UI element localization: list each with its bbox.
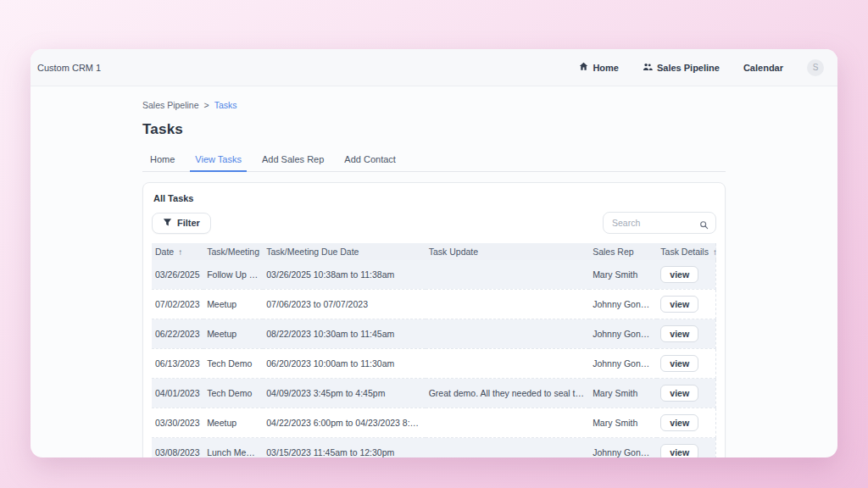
view-button[interactable]: view <box>660 385 698 402</box>
cell-due-date: 04/09/2023 3:45pm to 4:45pm <box>263 379 425 408</box>
cell-sales-rep: Mary Smith <box>589 260 657 290</box>
sort-ascending-icon: ↑ <box>178 247 182 257</box>
navbar-menu: Home Sales Pipeline Calendar S <box>579 59 824 76</box>
cell-date: 07/02/2023 <box>152 290 203 319</box>
column-header-task-meeting[interactable]: Task/Meeting <box>203 243 263 260</box>
cell-task-meeting: Meetup <box>203 319 263 349</box>
view-button[interactable]: view <box>660 325 698 342</box>
filter-icon <box>163 218 172 229</box>
cell-task-details: view <box>657 260 715 290</box>
table-row: 04/01/2023Tech Demo04/09/2023 3:45pm to … <box>152 379 716 408</box>
cell-task-details: view <box>657 319 715 349</box>
breadcrumb-separator: > <box>204 100 209 110</box>
view-button[interactable]: view <box>660 414 698 431</box>
app-window: Custom CRM 1 Home Sales Pipeline Calenda… <box>31 49 837 458</box>
tasks-table-body: 03/26/2025Follow Up Email03/26/2025 10:3… <box>152 260 716 458</box>
cell-task-update <box>426 408 589 438</box>
cell-sales-rep: Johnny Gonzalez <box>589 290 657 319</box>
tasks-table: Date↑Task/MeetingTask/Meeting Due DateTa… <box>152 243 716 458</box>
column-label: Task/Meeting Due Date <box>266 247 359 257</box>
nav-item-sales-pipeline[interactable]: Sales Pipeline <box>643 62 720 74</box>
table-row: 07/02/2023Meetup07/06/2023 to 07/07/2023… <box>152 290 716 319</box>
card-title: All Tasks <box>152 193 716 203</box>
cell-sales-rep: Johnny Gonzalez <box>589 438 657 458</box>
cell-task-update <box>426 349 589 379</box>
page-title: Tasks <box>142 121 726 138</box>
sort-ascending-icon: ↑ <box>713 247 717 257</box>
cell-sales-rep: Johnny Gonzalez <box>589 319 657 349</box>
cell-task-meeting: Meetup <box>203 290 263 319</box>
cell-task-details: view <box>657 379 715 408</box>
user-avatar[interactable]: S <box>807 59 824 76</box>
cell-task-details: view <box>657 290 715 319</box>
cell-task-meeting: Meetup <box>203 408 263 438</box>
column-header-task-details[interactable]: Task Details↑ <box>657 243 715 260</box>
app-title: Custom CRM 1 <box>37 63 101 73</box>
table-row: 03/08/2023Lunch Meeting03/15/2023 11:45a… <box>152 438 716 458</box>
breadcrumb-sales-pipeline[interactable]: Sales Pipeline <box>142 100 199 110</box>
nav-item-home[interactable]: Home <box>579 62 619 73</box>
desktop-background: { "app": { "title": "Custom CRM 1" }, "n… <box>0 0 868 488</box>
home-icon <box>579 62 588 73</box>
tab-view-tasks[interactable]: View Tasks <box>185 148 252 171</box>
all-tasks-card: All Tasks Filter <box>142 182 726 458</box>
cell-date: 03/30/2023 <box>152 408 203 438</box>
cell-date: 04/01/2023 <box>152 379 203 408</box>
view-button[interactable]: view <box>660 355 698 372</box>
view-button[interactable]: view <box>660 266 698 283</box>
tab-add-sales-rep[interactable]: Add Sales Rep <box>252 148 334 171</box>
column-header-task-meeting-due-date[interactable]: Task/Meeting Due Date <box>263 243 425 260</box>
tab-home[interactable]: Home <box>142 148 185 171</box>
cell-date: 03/08/2023 <box>152 438 203 458</box>
tab-bar: Home View Tasks Add Sales Rep Add Contac… <box>142 148 726 172</box>
view-button[interactable]: view <box>660 444 698 458</box>
filter-button[interactable]: Filter <box>152 213 211 234</box>
cell-task-update <box>426 290 589 319</box>
cell-task-meeting: Tech Demo <box>203 349 263 379</box>
cell-due-date: 03/15/2023 11:45am to 12:30pm <box>263 438 425 458</box>
cell-task-meeting: Tech Demo <box>203 379 263 408</box>
cell-task-update <box>426 260 589 290</box>
cell-task-update <box>426 319 589 349</box>
column-header-task-update[interactable]: Task Update <box>426 243 589 260</box>
cell-task-update: Great demo. All they needed to seal the … <box>426 379 589 408</box>
cell-sales-rep: Mary Smith <box>589 379 657 408</box>
tab-add-contact[interactable]: Add Contact <box>334 148 406 171</box>
search-icon <box>699 218 709 233</box>
cell-due-date: 07/06/2023 to 07/07/2023 <box>263 290 425 319</box>
breadcrumb-tasks[interactable]: Tasks <box>214 100 237 110</box>
view-button[interactable]: view <box>660 296 698 313</box>
cell-task-meeting: Lunch Meeting <box>203 438 263 458</box>
page-content: Sales Pipeline > Tasks Tasks Home View T… <box>31 86 837 458</box>
people-icon <box>643 62 653 74</box>
cell-task-details: view <box>657 438 715 458</box>
cell-date: 06/22/2023 <box>152 319 203 349</box>
column-label: Sales Rep <box>593 247 633 257</box>
nav-item-label: Sales Pipeline <box>657 63 720 73</box>
nav-item-calendar[interactable]: Calendar <box>743 63 783 73</box>
column-label: Task/Meeting <box>207 247 259 257</box>
cell-due-date: 04/22/2023 6:00pm to 04/23/2023 8:00pm <box>263 408 425 438</box>
table-toolbar: Filter <box>152 212 716 234</box>
table-row: 06/13/2023Tech Demo06/20/2023 10:00am to… <box>152 349 716 379</box>
cell-task-meeting: Follow Up Email <box>203 260 263 290</box>
column-label: Date <box>155 247 174 257</box>
table-row: 06/22/2023Meetup08/22/2023 10:30am to 11… <box>152 319 716 349</box>
cell-sales-rep: Johnny Gonzalez <box>589 349 657 379</box>
search-box <box>603 212 716 234</box>
cell-due-date: 03/26/2025 10:38am to 11:38am <box>263 260 425 290</box>
cell-task-update <box>426 438 589 458</box>
cell-date: 03/26/2025 <box>152 260 203 290</box>
cell-task-details: view <box>657 349 715 379</box>
column-label: Task Details <box>660 247 709 257</box>
nav-item-label: Calendar <box>743 63 783 73</box>
nav-item-label: Home <box>593 63 619 73</box>
column-header-date[interactable]: Date↑ <box>152 243 203 260</box>
cell-due-date: 06/20/2023 10:00am to 11:30am <box>263 349 425 379</box>
cell-sales-rep: Mary Smith <box>589 408 657 438</box>
column-label: Task Update <box>429 247 478 257</box>
column-header-sales-rep[interactable]: Sales Rep <box>589 243 657 260</box>
tasks-table-header: Date↑Task/MeetingTask/Meeting Due DateTa… <box>152 243 716 260</box>
breadcrumb: Sales Pipeline > Tasks <box>142 100 726 110</box>
cell-date: 06/13/2023 <box>152 349 203 379</box>
